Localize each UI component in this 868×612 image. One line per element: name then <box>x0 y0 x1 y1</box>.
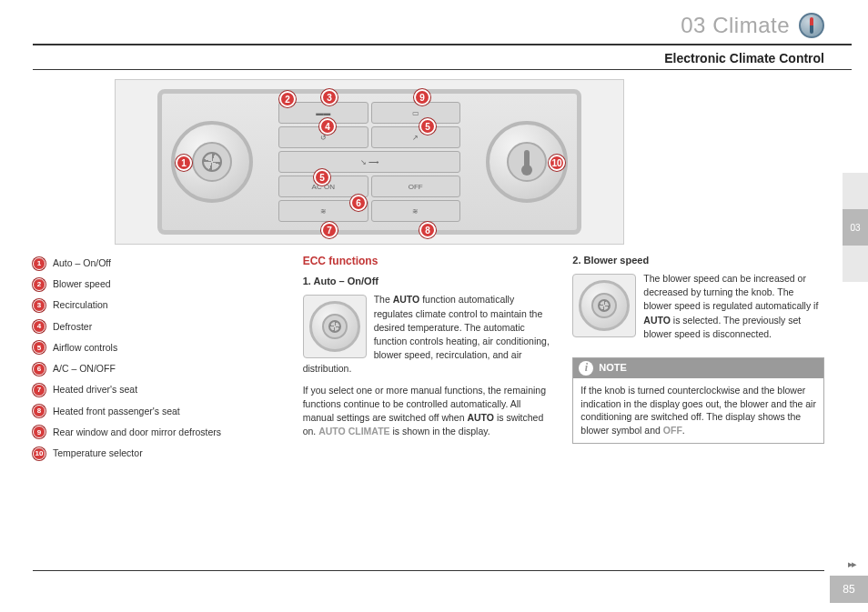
ecc-heading: ECC functions <box>303 254 555 269</box>
chapter-header: 03 Climate <box>33 13 852 45</box>
continued-indicator: ▸▸ <box>848 558 855 570</box>
legend-badge: 1 <box>33 257 45 270</box>
thermometer-icon <box>524 150 530 174</box>
fan-icon <box>202 152 222 172</box>
callout-1: 1 <box>176 155 192 171</box>
callout-6: 6 <box>350 195 367 211</box>
rear-defrost-button: ▭ <box>371 102 461 124</box>
note-body: If the knob is turned counterclockwise a… <box>573 378 823 443</box>
callout-8: 8 <box>419 222 436 238</box>
blower-knob-thumbnail <box>572 274 636 337</box>
callout-4: 4 <box>319 118 336 135</box>
callout-5b: 5 <box>419 118 436 135</box>
thumb-index-label: 03 <box>843 209 868 246</box>
ecc-functions-column: ECC functions 1. Auto – On/Off The AUTO … <box>303 254 555 467</box>
info-icon: i <box>579 361 593 376</box>
section-heading: Electronic Climate Control <box>33 51 852 70</box>
auto-paragraph-2: If you select one or more manual functio… <box>303 384 555 439</box>
blower-subheading: 2. Blower speed <box>572 254 824 268</box>
airflow-body-button: ↘ ⟶ <box>278 151 460 173</box>
callout-9: 9 <box>414 89 430 105</box>
thumb-index: 03 <box>843 173 868 282</box>
note-box: i NOTE If the knob is turned countercloc… <box>572 357 824 444</box>
auto-subheading: 1. Auto – On/Off <box>303 275 555 289</box>
chapter-title: 03 Climate <box>681 13 790 38</box>
callout-7: 7 <box>321 222 338 238</box>
legend-text: Auto – On/Off <box>53 256 111 270</box>
heated-seat-right-button: ≋ <box>371 200 461 222</box>
auto-knob-thumbnail <box>303 295 367 358</box>
callout-10: 10 <box>549 155 565 171</box>
callout-2: 2 <box>279 91 296 107</box>
ac-off-button: OFF <box>371 176 461 197</box>
airflow-head-button: ↗ <box>371 126 461 148</box>
callout-5: 5 <box>314 169 330 186</box>
callout-3: 3 <box>321 89 338 105</box>
legend-column: 1Auto – On/Off 2Blower speed 3Recirculat… <box>33 254 285 467</box>
thermometer-icon <box>799 13 824 38</box>
climate-panel-diagram: ▬▬ ▭ ↺ ↗ ↘ ⟶ AC ON OFF ≋ ≋ 1 2 3 4 5 6 7… <box>115 79 624 245</box>
note-label: NOTE <box>599 361 627 376</box>
page-number: 85 <box>830 576 868 603</box>
footer-rule <box>33 570 824 571</box>
blower-column: 2. Blower speed The blower speed can be … <box>572 254 824 467</box>
